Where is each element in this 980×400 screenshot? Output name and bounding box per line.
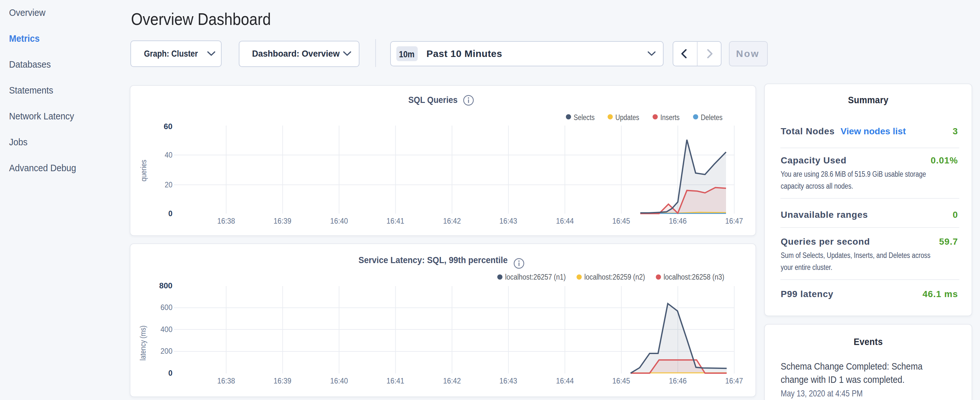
svg-text:16:45: 16:45 [612,377,630,385]
svg-text:16:44: 16:44 [556,377,574,385]
svg-text:16:44: 16:44 [556,217,574,225]
svg-text:20: 20 [165,180,172,189]
svg-text:16:46: 16:46 [669,217,687,225]
svg-text:16:38: 16:38 [217,217,235,225]
svg-text:16:41: 16:41 [387,217,404,225]
svg-text:600: 600 [161,303,172,312]
svg-text:16:39: 16:39 [274,377,291,385]
svg-text:40: 40 [165,151,172,159]
svg-text:0: 0 [168,209,172,218]
svg-text:200: 200 [161,347,172,355]
svg-text:16:42: 16:42 [443,217,461,225]
svg-text:0: 0 [168,369,172,377]
svg-text:16:47: 16:47 [725,217,743,225]
svg-text:16:40: 16:40 [330,217,348,225]
svg-text:16:47: 16:47 [725,377,743,385]
svg-text:16:38: 16:38 [217,377,235,385]
svg-text:queries: queries [140,160,148,182]
svg-text:16:41: 16:41 [387,377,404,385]
svg-text:16:39: 16:39 [274,217,291,225]
svg-text:16:45: 16:45 [612,217,630,225]
svg-text:16:46: 16:46 [669,377,687,385]
svg-text:16:43: 16:43 [500,377,517,385]
svg-text:800: 800 [159,282,172,290]
svg-text:16:42: 16:42 [443,377,461,385]
svg-text:60: 60 [164,122,172,131]
svg-text:16:40: 16:40 [330,377,348,385]
svg-text:latency (ms): latency (ms) [139,325,147,360]
svg-text:16:43: 16:43 [500,217,517,225]
svg-text:400: 400 [161,325,172,334]
